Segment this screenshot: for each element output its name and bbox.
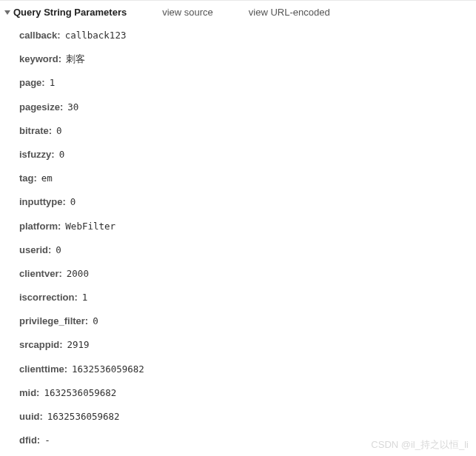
param-name: inputtype:: [19, 195, 66, 209]
param-value: 0: [70, 195, 76, 209]
view-url-encoded-link[interactable]: view URL-encoded: [249, 7, 330, 18]
param-value: callback123: [65, 29, 127, 42]
view-source-link[interactable]: view source: [162, 7, 213, 18]
param-value: WebFilter: [65, 220, 115, 233]
param-value: em: [41, 172, 53, 185]
param-row: userid:0: [19, 238, 472, 262]
param-row: isfuzzy:0: [19, 143, 472, 167]
param-row: callback:callback123: [19, 24, 472, 47]
param-value: 1632536059682: [47, 410, 120, 423]
param-row: srcappid:2919: [19, 333, 472, 357]
param-row: signature:65DA662993EEABB24C883D494E6F2A…: [19, 452, 472, 456]
param-row: mid:1632536059682: [19, 381, 472, 405]
param-value: 0: [56, 124, 62, 138]
param-name: clientver:: [19, 267, 62, 281]
param-row: clienttime:1632536059682: [19, 358, 472, 381]
param-value: 0: [93, 315, 98, 328]
param-name: isfuzzy:: [19, 148, 55, 161]
param-value: 0: [59, 148, 65, 161]
section-header: Query String Parameters view source view…: [4, 7, 472, 18]
param-row: pagesize:30: [19, 95, 472, 119]
param-name: uuid:: [19, 410, 43, 423]
param-value: 1: [50, 76, 56, 90]
param-value: -: [44, 434, 50, 447]
param-row: keyword:刺客: [19, 47, 472, 71]
param-row: inputtype:0: [19, 190, 472, 214]
param-name: tag:: [19, 172, 37, 185]
param-row: uuid:1632536059682: [19, 405, 472, 429]
param-value: 1632536059682: [72, 363, 144, 376]
param-name: srcappid:: [19, 338, 63, 352]
params-list: callback:callback123keyword:刺客page:1page…: [4, 24, 472, 456]
param-name: clienttime:: [19, 363, 67, 376]
param-row: iscorrection:1: [19, 286, 472, 309]
param-value: 1632536059682: [44, 386, 116, 400]
param-value: 2000: [67, 267, 89, 281]
param-row: bitrate:0: [19, 119, 472, 143]
param-value: 30: [67, 101, 78, 114]
param-row: privilege_filter:0: [19, 309, 472, 333]
param-name: callback:: [19, 29, 61, 42]
param-value: 1: [82, 291, 88, 304]
param-name: privilege_filter:: [19, 315, 88, 328]
query-string-panel: Query String Parameters view source view…: [0, 0, 476, 456]
param-row: tag:em: [19, 167, 472, 190]
param-name: bitrate:: [19, 124, 52, 138]
param-value: 2919: [67, 338, 90, 352]
param-name: page:: [19, 76, 45, 90]
param-name: keyword:: [19, 53, 61, 66]
param-row: clientver:2000: [19, 262, 472, 286]
param-value: 刺客: [66, 53, 85, 66]
param-row: dfid:-: [19, 429, 472, 452]
param-name: platform:: [19, 220, 61, 233]
collapse-triangle-icon[interactable]: [4, 10, 10, 15]
param-row: page:1: [19, 71, 472, 95]
param-name: userid:: [19, 244, 51, 257]
param-name: pagesize:: [19, 101, 63, 114]
param-value: 0: [56, 244, 61, 257]
param-row: platform:WebFilter: [19, 215, 472, 238]
param-name: iscorrection:: [19, 291, 78, 304]
section-title: Query String Parameters: [13, 7, 127, 18]
param-name: dfid:: [19, 434, 40, 447]
param-name: mid:: [19, 386, 39, 400]
